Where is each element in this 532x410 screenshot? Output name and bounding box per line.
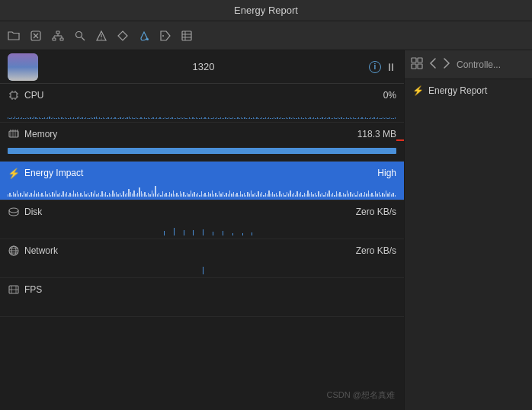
process-icon [8, 53, 38, 81]
svg-point-39 [9, 208, 18, 213]
hierarchy-icon[interactable] [52, 30, 64, 41]
window-title: Energy Report [234, 5, 298, 16]
network-icon [8, 245, 20, 257]
grid-icon[interactable] [411, 57, 423, 72]
disk-icon [8, 206, 20, 218]
cpu-value: 0% [383, 90, 396, 101]
memory-top: Memory 118.3 MB [0, 123, 404, 144]
disk-label: Disk [24, 207, 356, 217]
disk-top: Disk Zero KB/s [0, 200, 404, 222]
svg-rect-50 [418, 58, 422, 62]
label-icon[interactable] [160, 30, 171, 41]
forward-button[interactable] [443, 58, 450, 71]
memory-row: Memory 118.3 MB [0, 123, 404, 162]
fps-top: FPS [0, 278, 404, 299]
cpu-row: CPU 0% [0, 84, 404, 123]
title-bar: Energy Report [0, 0, 532, 21]
right-toolbar: Controlle... [405, 50, 532, 79]
pause-button[interactable]: ⏸ [386, 61, 396, 73]
fps-row: FPS [0, 278, 404, 317]
fps-icon [8, 283, 20, 296]
svg-point-15 [162, 35, 164, 37]
process-number: 1320 [38, 61, 369, 72]
energy-value: High [377, 168, 396, 178]
svg-rect-3 [56, 31, 59, 34]
energy-report-icon: ⚡ [412, 85, 424, 96]
cpu-top: CPU 0% [0, 84, 404, 105]
bucket-icon[interactable] [139, 30, 149, 41]
svg-rect-49 [412, 58, 416, 62]
folder-icon[interactable] [8, 30, 20, 41]
svg-rect-16 [182, 31, 191, 40]
close-box-icon[interactable] [30, 30, 41, 41]
energy-icon: ⚡ [8, 167, 20, 179]
process-controls: i ⏸ [369, 61, 396, 73]
diamond-icon[interactable] [117, 30, 128, 41]
fps-bar-area [8, 299, 396, 313]
svg-rect-20 [11, 92, 17, 98]
warning-icon[interactable] [96, 30, 107, 41]
cpu-icon [8, 89, 20, 101]
energy-top: ⚡ Energy Impact High [0, 162, 404, 183]
energy-report-item[interactable]: ⚡ Energy Report [405, 79, 532, 102]
network-row: Network Zero KB/s [0, 239, 404, 278]
search-icon[interactable] [75, 30, 85, 41]
cpu-bar-area [8, 105, 396, 119]
svg-point-13 [101, 38, 101, 39]
left-panel: 1320 i ⏸ [0, 50, 404, 410]
svg-line-11 [82, 37, 85, 40]
back-button[interactable] [429, 58, 437, 71]
toolbar [0, 21, 532, 50]
fps-label: FPS [24, 284, 396, 295]
svg-point-14 [146, 38, 149, 40]
controller-label: Controlle... [457, 59, 501, 70]
memory-bar-area [8, 144, 396, 158]
memory-value: 118.3 MB [357, 129, 396, 139]
svg-rect-4 [53, 38, 56, 40]
svg-rect-51 [412, 64, 416, 69]
energy-row[interactable]: ⚡ Energy Impact High [0, 162, 404, 200]
energy-bar-area [8, 183, 396, 197]
disk-value: Zero KB/s [356, 207, 396, 217]
network-bar-area [8, 261, 396, 274]
network-label: Network [24, 245, 356, 256]
svg-point-10 [76, 31, 82, 37]
svg-rect-52 [418, 64, 422, 69]
watermark: CSDN @想名真难 [327, 389, 395, 401]
network-top: Network Zero KB/s [0, 239, 404, 261]
network-value: Zero KB/s [356, 245, 396, 256]
cpu-label: CPU [24, 90, 383, 101]
main-content: 1320 i ⏸ [0, 50, 532, 410]
table-icon[interactable] [181, 30, 192, 41]
svg-rect-5 [60, 38, 63, 40]
energy-label: Energy Impact [24, 168, 377, 178]
disk-row: Disk Zero KB/s [0, 200, 404, 239]
energy-report-label: Energy Report [428, 85, 487, 96]
memory-icon [8, 128, 20, 140]
info-button[interactable]: i [369, 61, 381, 73]
process-header: 1320 i ⏸ [0, 50, 404, 84]
disk-bar-area [8, 222, 396, 235]
memory-label: Memory [24, 129, 357, 139]
right-panel: Controlle... ⚡ Energy Report [404, 50, 532, 410]
